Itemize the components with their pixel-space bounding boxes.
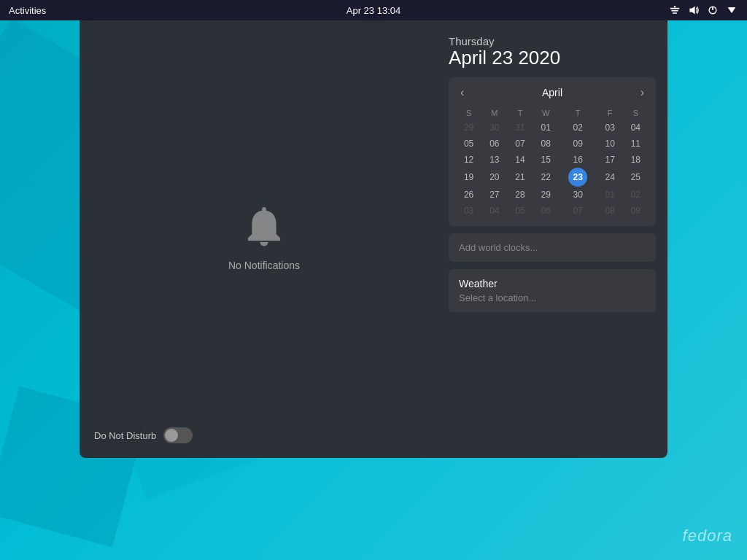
day-header-thu: T	[559, 106, 597, 120]
calendar-month-label: April	[542, 87, 562, 98]
calendar-day-cell[interactable]: 25	[623, 168, 649, 187]
svg-point-3	[674, 6, 676, 7]
calendar-day-cell[interactable]: 24	[597, 168, 623, 187]
calendar-day-cell[interactable]: 09	[623, 203, 649, 219]
topbar-system-icons	[668, 4, 738, 17]
calendar-day-cell[interactable]: 31	[507, 120, 533, 136]
calendar-header: ‹ April ›	[456, 85, 649, 101]
calendar-day-cell[interactable]: 29	[533, 187, 559, 203]
calendar-week-row: 29303101020304	[456, 120, 649, 136]
calendar: ‹ April › S M T W T F S 29303	[449, 77, 656, 226]
svg-rect-1	[671, 10, 678, 12]
activities-button[interactable]: Activities	[9, 5, 46, 16]
calendar-day-cell[interactable]: 16	[559, 152, 597, 168]
calendar-day-cell[interactable]: 06	[533, 203, 559, 219]
calendar-day-cell[interactable]: 05	[456, 136, 481, 152]
calendar-day-cell[interactable]: 21	[507, 168, 533, 187]
fedora-logo: fedora	[683, 526, 732, 545]
topbar: Activities Apr 23 13:04	[0, 0, 747, 20]
calendar-day-cell[interactable]: 18	[623, 152, 649, 168]
calendar-week-row: 03040506070809	[456, 203, 649, 219]
calendar-day-cell[interactable]: 05	[507, 203, 533, 219]
calendar-prev-button[interactable]: ‹	[456, 85, 468, 101]
notifications-panel: No Notifications Do Not Disturb	[80, 20, 449, 458]
date-weekday: Thursday	[449, 35, 656, 47]
day-header-sat: S	[623, 106, 649, 120]
calendar-week-row: 26272829300102	[456, 187, 649, 203]
fedora-label: fedora	[683, 526, 732, 545]
day-header-mon: M	[481, 106, 507, 120]
today-highlight: 23	[568, 168, 587, 187]
calendar-day-cell[interactable]: 03	[456, 203, 481, 219]
svg-marker-4	[689, 6, 694, 14]
calendar-day-cell[interactable]: 17	[597, 152, 623, 168]
calendar-day-cell[interactable]: 03	[597, 120, 623, 136]
svg-rect-2	[673, 12, 677, 14]
day-header-tue: T	[507, 106, 533, 120]
world-clocks-placeholder: Add world clocks...	[459, 242, 538, 253]
network-icon[interactable]	[668, 4, 681, 17]
calendar-day-cell[interactable]: 04	[481, 203, 507, 219]
calendar-body: 2930310102030405060708091011121314151617…	[456, 120, 649, 219]
right-panel: Thursday April 23 2020 ‹ April › S M T W…	[449, 20, 667, 458]
date-header: Thursday April 23 2020	[449, 35, 656, 69]
toggle-knob	[165, 429, 178, 442]
dnd-row: Do Not Disturb	[94, 427, 193, 443]
system-menu-arrow-icon[interactable]	[725, 4, 738, 17]
calendar-grid: S M T W T F S 29303101020304050607080910…	[456, 106, 649, 219]
date-full: April 23 2020	[449, 47, 656, 69]
calendar-day-cell[interactable]: 30	[481, 120, 507, 136]
calendar-day-cell[interactable]: 06	[481, 136, 507, 152]
calendar-week-row: 12131415161718	[456, 152, 649, 168]
calendar-day-cell[interactable]: 02	[623, 187, 649, 203]
svg-marker-7	[728, 7, 736, 13]
day-header-sun: S	[456, 106, 481, 120]
world-clocks-input[interactable]: Add world clocks...	[449, 233, 656, 262]
power-icon[interactable]	[706, 4, 719, 17]
calendar-day-cell[interactable]: 26	[456, 187, 481, 203]
calendar-day-cell[interactable]: 08	[597, 203, 623, 219]
calendar-day-cell[interactable]: 28	[507, 187, 533, 203]
day-header-fri: F	[597, 106, 623, 120]
day-header-wed: W	[533, 106, 559, 120]
calendar-day-headers: S M T W T F S	[456, 106, 649, 120]
calendar-day-cell[interactable]: 30	[559, 187, 597, 203]
calendar-day-cell[interactable]: 04	[623, 120, 649, 136]
calendar-day-cell[interactable]: 02	[559, 120, 597, 136]
dnd-label: Do Not Disturb	[94, 430, 156, 441]
calendar-day-cell[interactable]: 22	[533, 168, 559, 187]
calendar-day-cell[interactable]: 01	[597, 187, 623, 203]
no-notifications-label: No Notifications	[228, 260, 300, 271]
calendar-day-cell[interactable]: 23	[559, 168, 597, 187]
calendar-day-cell[interactable]: 07	[507, 136, 533, 152]
calendar-day-cell[interactable]: 29	[456, 120, 481, 136]
calendar-day-cell[interactable]: 27	[481, 187, 507, 203]
calendar-day-cell[interactable]: 20	[481, 168, 507, 187]
calendar-week-row: 19202122232425	[456, 168, 649, 187]
calendar-next-button[interactable]: ›	[636, 85, 649, 101]
svg-rect-0	[670, 8, 680, 9]
calendar-day-cell[interactable]: 13	[481, 152, 507, 168]
dnd-toggle[interactable]	[163, 427, 193, 443]
calendar-day-cell[interactable]: 08	[533, 136, 559, 152]
calendar-day-cell[interactable]: 09	[559, 136, 597, 152]
calendar-week-row: 05060708091011	[456, 136, 649, 152]
weather-location[interactable]: Select a location...	[459, 292, 646, 303]
bell-icon	[242, 207, 286, 251]
calendar-day-cell[interactable]: 15	[533, 152, 559, 168]
svg-rect-8	[262, 207, 266, 212]
calendar-day-cell[interactable]: 12	[456, 152, 481, 168]
calendar-day-cell[interactable]: 14	[507, 152, 533, 168]
sound-icon[interactable]	[687, 4, 700, 17]
weather-title: Weather	[459, 278, 646, 289]
calendar-day-cell[interactable]: 01	[533, 120, 559, 136]
main-panel: No Notifications Do Not Disturb Thursday…	[80, 20, 667, 458]
calendar-day-cell[interactable]: 19	[456, 168, 481, 187]
calendar-day-cell[interactable]: 07	[559, 203, 597, 219]
calendar-day-cell[interactable]: 11	[623, 136, 649, 152]
topbar-datetime[interactable]: Apr 23 13:04	[347, 5, 400, 16]
weather-box: Weather Select a location...	[449, 269, 656, 312]
calendar-day-cell[interactable]: 10	[597, 136, 623, 152]
